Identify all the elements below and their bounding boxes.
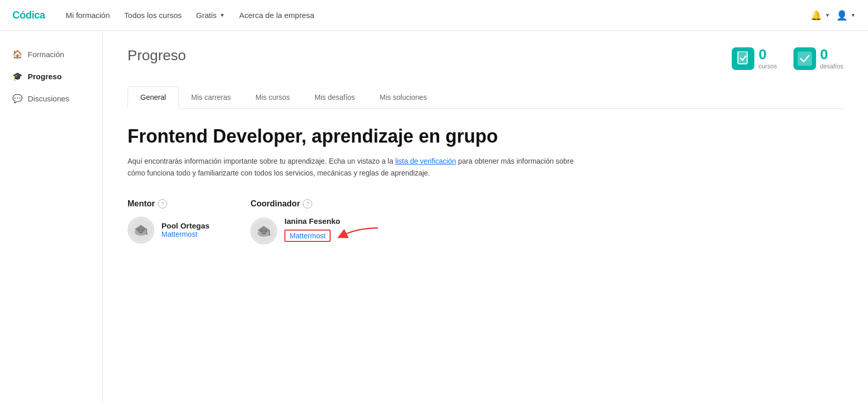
svg-point-9	[142, 229, 144, 231]
sidebar-item-formacion[interactable]: 🏠 Formación	[0, 43, 102, 65]
page-header: Progreso 0 cursos	[128, 47, 843, 70]
desafios-count: 0	[820, 47, 828, 62]
stats-row: 0 cursos 0 desafíos	[732, 47, 843, 70]
tab-mis-cursos[interactable]: Mis cursos	[243, 86, 302, 109]
sidebar-item-progreso[interactable]: 🎓 Progreso	[0, 65, 102, 87]
nav-right: 🔔 ▼ 👤 ▼	[810, 10, 856, 21]
mentor-help-icon[interactable]: ?	[158, 199, 167, 208]
user-menu-button[interactable]: 👤 ▼	[836, 10, 856, 21]
coordinator-avatar	[250, 218, 277, 244]
coordinator-help-icon[interactable]: ?	[303, 199, 312, 208]
nav-gratis-dropdown[interactable]: Gratis ▼	[196, 11, 225, 20]
svg-point-8	[138, 229, 140, 231]
coordinator-section: Coordinador ?	[250, 199, 383, 246]
coordinator-mattermost-box: Mattermost	[284, 230, 331, 242]
desafios-icon	[793, 47, 816, 70]
user-chevron-icon: ▼	[851, 12, 856, 18]
mentor-card: Pool Ortegas Mattermost	[128, 217, 209, 243]
chat-icon: 💬	[12, 94, 23, 103]
stat-desafios: 0 desafíos	[793, 47, 843, 70]
main-layout: 🏠 Formación 🎓 Progreso 💬 Discusiones Pro…	[0, 31, 868, 403]
logo[interactable]: Códica	[12, 9, 45, 21]
sidebar-item-discusiones[interactable]: 💬 Discusiones	[0, 87, 102, 110]
nav-acerca[interactable]: Acerca de la empresa	[239, 11, 314, 20]
desafios-label: desafíos	[820, 63, 843, 70]
svg-point-7	[146, 233, 148, 235]
coordinator-card: Ianina Fesenko Mattermost	[250, 217, 383, 246]
coordinator-name: Ianina Fesenko	[284, 217, 383, 225]
cursos-icon	[732, 47, 754, 70]
page-title: Progreso	[128, 47, 186, 64]
mentor-name: Pool Ortegas	[161, 221, 209, 230]
svg-point-15	[261, 231, 263, 232]
nav-todos-los-cursos[interactable]: Todos los cursos	[124, 11, 182, 20]
user-icon: 👤	[836, 10, 847, 21]
section-title: Frontend Developer, aprendizaje en grupo	[128, 125, 843, 147]
mentor-info: Pool Ortegas Mattermost	[161, 221, 209, 238]
mentor-mattermost-link[interactable]: Mattermost	[161, 230, 197, 238]
coordinator-mattermost-link[interactable]: Mattermost	[290, 232, 326, 240]
svg-rect-6	[146, 229, 147, 233]
mentor-section: Mentor ?	[128, 199, 209, 243]
top-navigation: Códica Mi formación Todos los cursos Gra…	[0, 0, 868, 31]
bell-icon: 🔔	[810, 10, 822, 21]
notifications-button[interactable]: 🔔 ▼	[810, 10, 830, 21]
svg-point-16	[265, 231, 267, 232]
svg-point-14	[268, 234, 270, 236]
main-content: Progreso 0 cursos	[103, 31, 868, 403]
mentor-label: Mentor ?	[128, 199, 209, 208]
mentor-avatar	[128, 217, 154, 243]
desafios-stat-info: 0 desafíos	[820, 47, 843, 70]
cursos-count: 0	[758, 47, 767, 62]
tab-mis-desafios[interactable]: Mis desafíos	[302, 86, 368, 109]
svg-rect-2	[798, 51, 812, 66]
annotation-arrow	[337, 225, 383, 246]
cursos-label: cursos	[758, 63, 776, 70]
coordinator-label: Coordinador ?	[250, 199, 383, 208]
people-row: Mentor ?	[128, 199, 843, 246]
tab-general[interactable]: General	[128, 86, 179, 109]
graduation-icon: 🎓	[12, 72, 23, 81]
content-area: Progreso 0 cursos	[103, 31, 868, 403]
sidebar: 🏠 Formación 🎓 Progreso 💬 Discusiones	[0, 31, 103, 403]
cursos-stat-info: 0 cursos	[758, 47, 776, 70]
coordinator-info: Ianina Fesenko Mattermost	[284, 217, 383, 246]
checklist-link[interactable]: lista de verificación	[395, 157, 456, 165]
nav-links: Mi formación Todos los cursos Gratis ▼ A…	[66, 11, 794, 20]
tab-mis-carreras[interactable]: Mis carreras	[179, 86, 243, 109]
bell-chevron-icon: ▼	[825, 12, 830, 18]
svg-rect-0	[738, 51, 747, 64]
tab-mis-soluciones[interactable]: Mis soluciones	[367, 86, 439, 109]
chevron-down-icon: ▼	[220, 12, 225, 18]
stat-cursos: 0 cursos	[732, 47, 776, 70]
description: Aquí encontrarás información importante …	[128, 155, 590, 179]
home-icon: 🏠	[12, 49, 23, 59]
tabs-bar: General Mis carreras Mis cursos Mis desa…	[128, 86, 843, 109]
nav-mi-formacion[interactable]: Mi formación	[66, 11, 110, 20]
svg-rect-13	[269, 230, 270, 234]
